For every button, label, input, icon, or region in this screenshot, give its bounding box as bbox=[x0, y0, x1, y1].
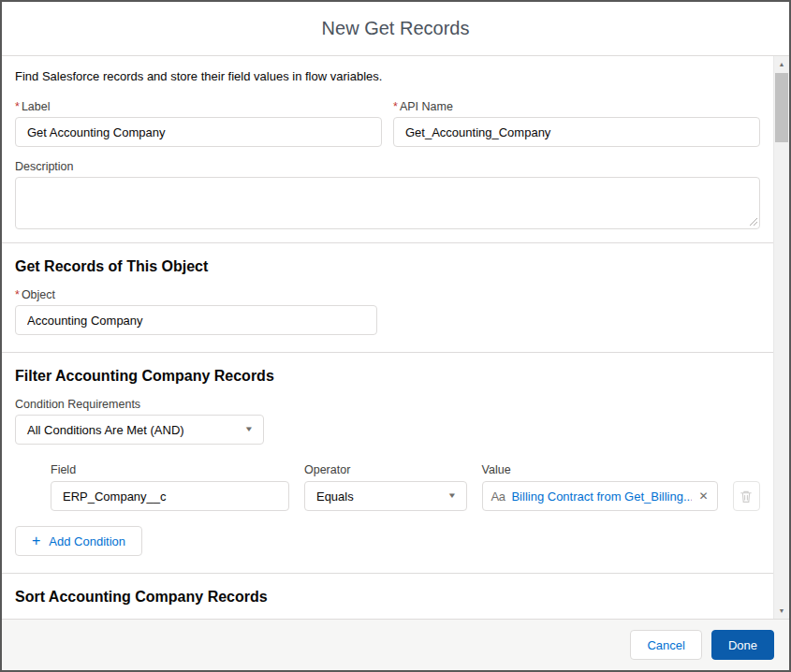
condition-requirements-value: All Conditions Are Met (AND) bbox=[27, 423, 184, 437]
label-field-label-text: Label bbox=[22, 100, 51, 113]
done-button[interactable]: Done bbox=[711, 630, 774, 660]
modal-body-content: Find Salesforce records and store their … bbox=[2, 56, 773, 619]
description-field-label: Description bbox=[15, 160, 760, 173]
modal-header: New Get Records bbox=[2, 2, 789, 56]
add-condition-label: Add Condition bbox=[49, 534, 125, 548]
scroll-up-icon: ▲ bbox=[779, 61, 785, 67]
condition-value-combobox[interactable]: Aa Billing Contract from Get_Billing... … bbox=[482, 481, 718, 511]
cancel-button[interactable]: Cancel bbox=[630, 630, 701, 660]
condition-requirements-select[interactable]: All Conditions Are Met (AND) ▼ bbox=[15, 415, 264, 445]
description-textarea[interactable] bbox=[15, 177, 760, 229]
plus-icon: + bbox=[32, 533, 40, 548]
close-icon[interactable]: ✕ bbox=[698, 490, 708, 502]
add-condition-button[interactable]: + Add Condition bbox=[15, 526, 142, 556]
object-section-heading: Get Records of This Object bbox=[15, 258, 760, 275]
basic-info-section: Find Salesforce records and store their … bbox=[2, 56, 773, 242]
condition-requirements-label: Condition Requirements bbox=[15, 398, 760, 411]
modal-body: Find Salesforce records and store their … bbox=[2, 56, 789, 619]
condition-value-pill: Billing Contract from Get_Billing... bbox=[511, 489, 692, 504]
scrollbar-track[interactable] bbox=[774, 72, 789, 603]
object-section: Get Records of This Object *Object bbox=[2, 243, 773, 352]
scrollbar[interactable]: ▲ ▼ bbox=[773, 56, 789, 619]
required-asterisk: * bbox=[393, 100, 398, 113]
scrollbar-thumb[interactable] bbox=[775, 73, 788, 142]
filter-section: Filter Accounting Company Records Condit… bbox=[2, 353, 773, 573]
condition-value-label: Value bbox=[482, 463, 718, 476]
delete-condition-button[interactable] bbox=[733, 481, 760, 511]
chevron-down-icon: ▼ bbox=[244, 425, 254, 433]
filter-section-heading: Filter Accounting Company Records bbox=[15, 368, 760, 385]
scroll-down-icon: ▼ bbox=[779, 607, 785, 614]
condition-field-label: Field bbox=[51, 463, 289, 476]
label-input[interactable] bbox=[15, 117, 382, 147]
sort-section: Sort Accounting Company Records Sort Ord… bbox=[2, 574, 773, 619]
intro-text: Find Salesforce records and store their … bbox=[15, 69, 760, 83]
required-asterisk: * bbox=[15, 100, 20, 113]
condition-row: Field Operator Equals ▼ Value Aa bbox=[51, 463, 760, 511]
chevron-down-icon: ▼ bbox=[447, 491, 456, 500]
api-name-field-label: *API Name bbox=[393, 100, 760, 113]
condition-operator-select[interactable]: Equals ▼ bbox=[304, 481, 467, 511]
condition-operator-value: Equals bbox=[316, 489, 354, 504]
trash-icon bbox=[740, 489, 753, 504]
api-name-input[interactable] bbox=[393, 117, 760, 147]
condition-field-input[interactable] bbox=[51, 481, 289, 511]
modal-footer: Cancel Done bbox=[2, 619, 789, 670]
sort-section-heading: Sort Accounting Company Records bbox=[15, 589, 760, 606]
object-field-label: *Object bbox=[15, 288, 760, 301]
object-input[interactable] bbox=[15, 305, 377, 335]
scroll-down-button[interactable]: ▼ bbox=[774, 603, 789, 619]
label-field-label: *Label bbox=[15, 100, 382, 113]
scroll-up-button[interactable]: ▲ bbox=[774, 56, 789, 72]
condition-operator-label: Operator bbox=[304, 463, 467, 476]
object-field-label-text: Object bbox=[22, 288, 55, 301]
required-asterisk: * bbox=[15, 288, 20, 301]
page-title: New Get Records bbox=[322, 18, 470, 39]
new-get-records-modal: New Get Records Find Salesforce records … bbox=[0, 0, 791, 672]
api-name-field-label-text: API Name bbox=[400, 100, 453, 113]
text-type-icon: Aa bbox=[491, 489, 505, 504]
